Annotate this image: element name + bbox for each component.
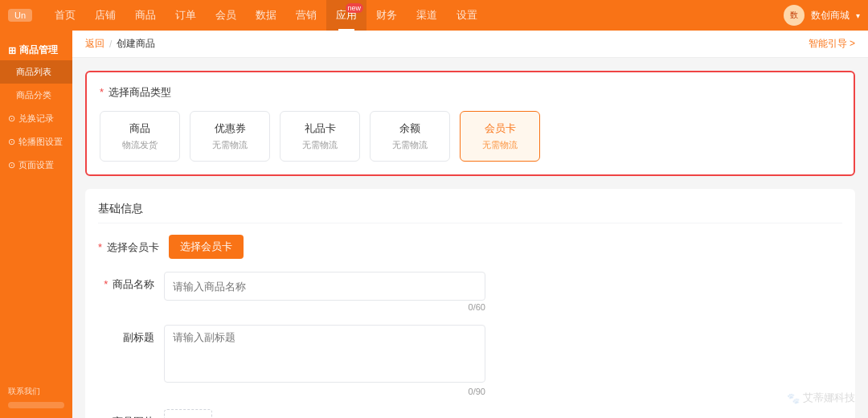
type-card-giftcard-name: 礼品卡 — [297, 121, 343, 136]
sidebar-section-title: ⊞ 商品管理 — [0, 37, 72, 60]
product-name-input[interactable] — [164, 272, 485, 301]
form-row-product-image: * 商品图片 + — [98, 409, 842, 418]
nav-channels[interactable]: 渠道 — [407, 0, 447, 31]
product-image-label: * 商品图片 — [98, 409, 154, 418]
basic-info-section: 基础信息 * 选择会员卡 选择会员卡 * 商品名称 — [85, 189, 855, 418]
contact-info — [8, 402, 64, 408]
type-cards-container: 商品 物流发货 优惠券 无需物流 礼品卡 无需物流 余额 无需物流 — [100, 111, 841, 162]
type-card-membercard[interactable]: 会员卡 无需物流 — [460, 111, 540, 162]
top-navigation: Un 首页 店铺 商品 订单 会员 数据 营销 应用 new 财务 渠道 设置 … — [0, 0, 868, 31]
sidebar-item-product-category[interactable]: 商品分类 — [0, 84, 72, 107]
product-name-char-count: 0/60 — [164, 302, 485, 312]
nav-home[interactable]: 首页 — [45, 0, 85, 31]
member-card-control: 选择会员卡 — [169, 235, 490, 259]
type-card-balance[interactable]: 余额 无需物流 — [370, 111, 450, 162]
watermark: 🐾 艾蒂娜科技 — [787, 391, 855, 405]
select-member-card-button[interactable]: 选择会员卡 — [169, 235, 244, 259]
image-upload-control: + — [164, 409, 485, 418]
type-card-product[interactable]: 商品 物流发货 — [100, 111, 180, 162]
subtitle-char-count: 0/90 — [164, 387, 485, 396]
type-card-balance-sub: 无需物流 — [387, 139, 433, 151]
form-row-product-name: * 商品名称 0/60 — [98, 272, 842, 312]
required-star-member: * — [98, 241, 102, 253]
type-card-membercard-name: 会员卡 — [477, 121, 523, 136]
watermark-icon: 🐾 — [787, 392, 800, 404]
new-badge: new — [346, 3, 364, 13]
page-icon: ⊙ — [8, 160, 15, 170]
contact-label: 联系我们 — [8, 386, 64, 397]
chevron-down-icon[interactable]: ▾ — [856, 11, 860, 20]
product-name-control: 0/60 — [164, 272, 485, 312]
subtitle-label: 副标题 — [98, 325, 154, 345]
nav-apps[interactable]: 应用 new — [326, 0, 366, 31]
type-card-product-name: 商品 — [117, 121, 163, 136]
type-section-label: * 选择商品类型 — [100, 85, 841, 100]
main-layout: ⊞ 商品管理 商品列表 商品分类 ⊙ 兑换记录 ⊙ 轮播图设置 ⊙ 页面设置 联… — [0, 31, 868, 418]
form-row-member-card: * 选择会员卡 选择会员卡 — [98, 235, 842, 259]
type-card-membercard-sub: 无需物流 — [477, 139, 523, 151]
nav-marketing[interactable]: 营销 — [286, 0, 326, 31]
required-star: * — [100, 86, 104, 98]
type-card-giftcard[interactable]: 礼品卡 无需物流 — [280, 111, 360, 162]
subtitle-control: 0/90 — [164, 325, 485, 396]
nav-finance[interactable]: 财务 — [366, 0, 407, 31]
required-star-name: * — [104, 278, 108, 290]
image-upload-button[interactable]: + — [164, 409, 212, 418]
product-name-label: * 商品名称 — [98, 272, 154, 292]
type-card-product-sub: 物流发货 — [117, 139, 163, 151]
smart-guide-link[interactable]: 智能引导 > — [809, 37, 855, 51]
content-area: 返回 / 创建商品 智能引导 > * 选择商品类型 商品 物流发货 — [72, 31, 868, 418]
subtitle-input[interactable] — [164, 325, 485, 383]
sidebar-item-exchange-record[interactable]: ⊙ 兑换记录 — [0, 107, 72, 130]
type-card-coupon[interactable]: 优惠券 无需物流 — [190, 111, 270, 162]
sidebar-item-banner-settings[interactable]: ⊙ 轮播图设置 — [0, 130, 72, 154]
breadcrumb-current: 创建商品 — [117, 37, 155, 51]
back-link[interactable]: 返回 — [85, 37, 104, 51]
banner-icon: ⊙ — [8, 137, 15, 147]
type-card-balance-name: 余额 — [387, 121, 433, 136]
nav-orders[interactable]: 订单 — [166, 0, 206, 31]
type-card-coupon-sub: 无需物流 — [207, 139, 253, 151]
user-name: 数创商城 — [811, 9, 850, 23]
nav-data[interactable]: 数据 — [246, 0, 286, 31]
nav-settings[interactable]: 设置 — [447, 0, 487, 31]
type-card-giftcard-sub: 无需物流 — [297, 139, 343, 151]
grid-icon: ⊞ — [8, 45, 16, 56]
content-body: * 选择商品类型 商品 物流发货 优惠券 无需物流 礼品卡 无需物流 — [72, 58, 868, 418]
form-row-subtitle: 副标题 0/90 — [98, 325, 842, 396]
top-nav-right: 数 数创商城 ▾ — [784, 5, 860, 26]
product-type-section: * 选择商品类型 商品 物流发货 优惠券 无需物流 礼品卡 无需物流 — [85, 71, 855, 176]
avatar: 数 — [784, 5, 805, 26]
member-card-label: * 选择会员卡 — [98, 235, 159, 255]
sidebar-bottom: 联系我们 — [0, 376, 72, 418]
basic-info-title: 基础信息 — [98, 202, 842, 223]
nav-products[interactable]: 商品 — [125, 0, 166, 31]
logo: Un — [8, 9, 32, 22]
sidebar: ⊞ 商品管理 商品列表 商品分类 ⊙ 兑换记录 ⊙ 轮播图设置 ⊙ 页面设置 联… — [0, 31, 72, 418]
breadcrumb: 返回 / 创建商品 — [85, 37, 155, 51]
sidebar-item-page-settings[interactable]: ⊙ 页面设置 — [0, 154, 72, 177]
breadcrumb-bar: 返回 / 创建商品 智能引导 > — [72, 31, 868, 58]
breadcrumb-separator: / — [109, 39, 112, 50]
nav-menu: 首页 店铺 商品 订单 会员 数据 营销 应用 new 财务 渠道 设置 — [45, 0, 784, 31]
nav-store[interactable]: 店铺 — [85, 0, 125, 31]
type-card-coupon-name: 优惠券 — [207, 121, 253, 136]
exchange-icon: ⊙ — [8, 113, 15, 124]
nav-members[interactable]: 会员 — [206, 0, 246, 31]
sidebar-item-product-list[interactable]: 商品列表 — [0, 60, 72, 84]
